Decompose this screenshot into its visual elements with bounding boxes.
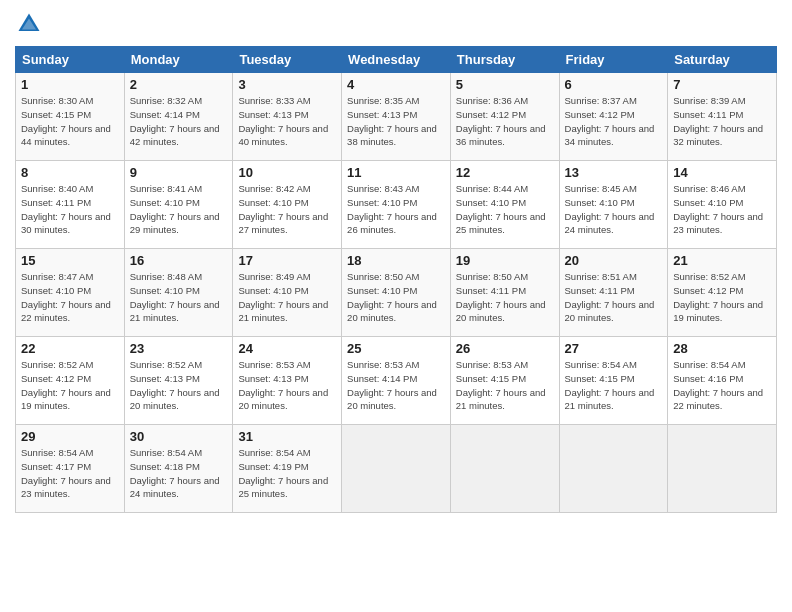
calendar-cell: [450, 425, 559, 513]
day-info: Sunrise: 8:48 AMSunset: 4:10 PMDaylight:…: [130, 270, 228, 325]
calendar-cell: 5Sunrise: 8:36 AMSunset: 4:12 PMDaylight…: [450, 73, 559, 161]
day-number: 13: [565, 165, 663, 180]
calendar-week-5: 29Sunrise: 8:54 AMSunset: 4:17 PMDayligh…: [16, 425, 777, 513]
calendar-cell: 23Sunrise: 8:52 AMSunset: 4:13 PMDayligh…: [124, 337, 233, 425]
day-info: Sunrise: 8:52 AMSunset: 4:13 PMDaylight:…: [130, 358, 228, 413]
day-number: 11: [347, 165, 445, 180]
day-number: 14: [673, 165, 771, 180]
logo: [15, 10, 47, 38]
calendar-cell: 2Sunrise: 8:32 AMSunset: 4:14 PMDaylight…: [124, 73, 233, 161]
day-info: Sunrise: 8:45 AMSunset: 4:10 PMDaylight:…: [565, 182, 663, 237]
header: [15, 10, 777, 38]
day-number: 20: [565, 253, 663, 268]
day-info: Sunrise: 8:51 AMSunset: 4:11 PMDaylight:…: [565, 270, 663, 325]
calendar-week-4: 22Sunrise: 8:52 AMSunset: 4:12 PMDayligh…: [16, 337, 777, 425]
day-number: 15: [21, 253, 119, 268]
day-number: 26: [456, 341, 554, 356]
day-info: Sunrise: 8:36 AMSunset: 4:12 PMDaylight:…: [456, 94, 554, 149]
weekday-header-friday: Friday: [559, 47, 668, 73]
day-info: Sunrise: 8:40 AMSunset: 4:11 PMDaylight:…: [21, 182, 119, 237]
weekday-header-row: SundayMondayTuesdayWednesdayThursdayFrid…: [16, 47, 777, 73]
calendar-table: SundayMondayTuesdayWednesdayThursdayFrid…: [15, 46, 777, 513]
day-number: 21: [673, 253, 771, 268]
day-number: 4: [347, 77, 445, 92]
calendar-cell: 8Sunrise: 8:40 AMSunset: 4:11 PMDaylight…: [16, 161, 125, 249]
day-number: 9: [130, 165, 228, 180]
day-number: 16: [130, 253, 228, 268]
day-number: 12: [456, 165, 554, 180]
calendar-cell: 7Sunrise: 8:39 AMSunset: 4:11 PMDaylight…: [668, 73, 777, 161]
day-info: Sunrise: 8:30 AMSunset: 4:15 PMDaylight:…: [21, 94, 119, 149]
weekday-header-monday: Monday: [124, 47, 233, 73]
calendar-cell: [342, 425, 451, 513]
day-number: 8: [21, 165, 119, 180]
day-info: Sunrise: 8:42 AMSunset: 4:10 PMDaylight:…: [238, 182, 336, 237]
day-info: Sunrise: 8:33 AMSunset: 4:13 PMDaylight:…: [238, 94, 336, 149]
day-info: Sunrise: 8:53 AMSunset: 4:15 PMDaylight:…: [456, 358, 554, 413]
calendar-cell: 10Sunrise: 8:42 AMSunset: 4:10 PMDayligh…: [233, 161, 342, 249]
calendar-cell: 13Sunrise: 8:45 AMSunset: 4:10 PMDayligh…: [559, 161, 668, 249]
calendar-cell: 18Sunrise: 8:50 AMSunset: 4:10 PMDayligh…: [342, 249, 451, 337]
day-info: Sunrise: 8:53 AMSunset: 4:13 PMDaylight:…: [238, 358, 336, 413]
day-number: 3: [238, 77, 336, 92]
calendar-cell: 14Sunrise: 8:46 AMSunset: 4:10 PMDayligh…: [668, 161, 777, 249]
day-info: Sunrise: 8:47 AMSunset: 4:10 PMDaylight:…: [21, 270, 119, 325]
day-number: 2: [130, 77, 228, 92]
calendar-cell: 12Sunrise: 8:44 AMSunset: 4:10 PMDayligh…: [450, 161, 559, 249]
calendar-cell: 3Sunrise: 8:33 AMSunset: 4:13 PMDaylight…: [233, 73, 342, 161]
weekday-header-thursday: Thursday: [450, 47, 559, 73]
calendar-cell: 30Sunrise: 8:54 AMSunset: 4:18 PMDayligh…: [124, 425, 233, 513]
calendar-cell: 21Sunrise: 8:52 AMSunset: 4:12 PMDayligh…: [668, 249, 777, 337]
day-info: Sunrise: 8:41 AMSunset: 4:10 PMDaylight:…: [130, 182, 228, 237]
day-info: Sunrise: 8:39 AMSunset: 4:11 PMDaylight:…: [673, 94, 771, 149]
calendar-cell: 22Sunrise: 8:52 AMSunset: 4:12 PMDayligh…: [16, 337, 125, 425]
day-number: 18: [347, 253, 445, 268]
day-info: Sunrise: 8:43 AMSunset: 4:10 PMDaylight:…: [347, 182, 445, 237]
calendar-cell: 11Sunrise: 8:43 AMSunset: 4:10 PMDayligh…: [342, 161, 451, 249]
day-number: 10: [238, 165, 336, 180]
day-number: 31: [238, 429, 336, 444]
day-info: Sunrise: 8:52 AMSunset: 4:12 PMDaylight:…: [21, 358, 119, 413]
day-info: Sunrise: 8:49 AMSunset: 4:10 PMDaylight:…: [238, 270, 336, 325]
calendar-cell: 24Sunrise: 8:53 AMSunset: 4:13 PMDayligh…: [233, 337, 342, 425]
weekday-header-wednesday: Wednesday: [342, 47, 451, 73]
calendar-cell: 20Sunrise: 8:51 AMSunset: 4:11 PMDayligh…: [559, 249, 668, 337]
day-number: 27: [565, 341, 663, 356]
day-info: Sunrise: 8:54 AMSunset: 4:18 PMDaylight:…: [130, 446, 228, 501]
day-number: 24: [238, 341, 336, 356]
calendar-cell: [668, 425, 777, 513]
day-info: Sunrise: 8:32 AMSunset: 4:14 PMDaylight:…: [130, 94, 228, 149]
day-info: Sunrise: 8:37 AMSunset: 4:12 PMDaylight:…: [565, 94, 663, 149]
day-info: Sunrise: 8:54 AMSunset: 4:16 PMDaylight:…: [673, 358, 771, 413]
day-number: 30: [130, 429, 228, 444]
calendar-week-1: 1Sunrise: 8:30 AMSunset: 4:15 PMDaylight…: [16, 73, 777, 161]
calendar-cell: 25Sunrise: 8:53 AMSunset: 4:14 PMDayligh…: [342, 337, 451, 425]
calendar-cell: 31Sunrise: 8:54 AMSunset: 4:19 PMDayligh…: [233, 425, 342, 513]
calendar-week-2: 8Sunrise: 8:40 AMSunset: 4:11 PMDaylight…: [16, 161, 777, 249]
day-number: 19: [456, 253, 554, 268]
day-number: 6: [565, 77, 663, 92]
calendar-cell: 15Sunrise: 8:47 AMSunset: 4:10 PMDayligh…: [16, 249, 125, 337]
calendar-cell: 17Sunrise: 8:49 AMSunset: 4:10 PMDayligh…: [233, 249, 342, 337]
day-info: Sunrise: 8:50 AMSunset: 4:11 PMDaylight:…: [456, 270, 554, 325]
day-info: Sunrise: 8:54 AMSunset: 4:15 PMDaylight:…: [565, 358, 663, 413]
day-info: Sunrise: 8:54 AMSunset: 4:19 PMDaylight:…: [238, 446, 336, 501]
logo-icon: [15, 10, 43, 38]
page-container: SundayMondayTuesdayWednesdayThursdayFrid…: [0, 0, 792, 612]
day-info: Sunrise: 8:44 AMSunset: 4:10 PMDaylight:…: [456, 182, 554, 237]
day-number: 22: [21, 341, 119, 356]
calendar-week-3: 15Sunrise: 8:47 AMSunset: 4:10 PMDayligh…: [16, 249, 777, 337]
day-number: 25: [347, 341, 445, 356]
day-info: Sunrise: 8:53 AMSunset: 4:14 PMDaylight:…: [347, 358, 445, 413]
day-number: 7: [673, 77, 771, 92]
calendar-cell: 29Sunrise: 8:54 AMSunset: 4:17 PMDayligh…: [16, 425, 125, 513]
calendar-cell: 26Sunrise: 8:53 AMSunset: 4:15 PMDayligh…: [450, 337, 559, 425]
day-info: Sunrise: 8:54 AMSunset: 4:17 PMDaylight:…: [21, 446, 119, 501]
calendar-cell: 19Sunrise: 8:50 AMSunset: 4:11 PMDayligh…: [450, 249, 559, 337]
calendar-cell: 4Sunrise: 8:35 AMSunset: 4:13 PMDaylight…: [342, 73, 451, 161]
day-info: Sunrise: 8:46 AMSunset: 4:10 PMDaylight:…: [673, 182, 771, 237]
day-number: 1: [21, 77, 119, 92]
day-number: 28: [673, 341, 771, 356]
weekday-header-tuesday: Tuesday: [233, 47, 342, 73]
calendar-cell: 9Sunrise: 8:41 AMSunset: 4:10 PMDaylight…: [124, 161, 233, 249]
